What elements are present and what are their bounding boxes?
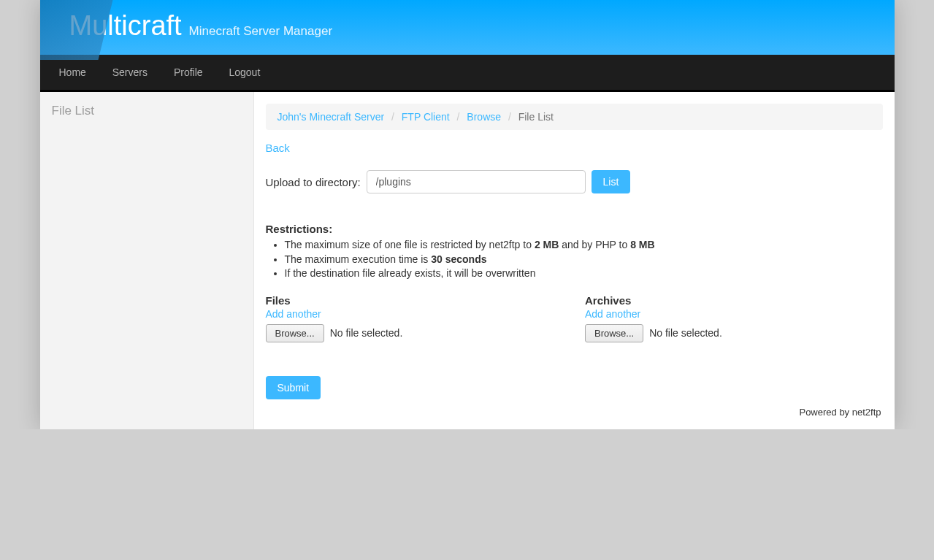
nav-logout[interactable]: Logout: [217, 55, 272, 90]
banner: Multicraft Minecraft Server Manager: [40, 0, 895, 55]
breadcrumb-sep: /: [457, 111, 460, 123]
files-column: Files Add another Browse... No file sele…: [266, 294, 564, 342]
upload-label: Upload to directory:: [266, 176, 361, 188]
submit-button[interactable]: Submit: [266, 376, 321, 399]
restriction-item: The maximum execution time is 30 seconds: [285, 253, 883, 267]
sidebar: File List: [40, 92, 254, 429]
breadcrumb-server[interactable]: John's Minecraft Server: [277, 111, 385, 123]
file-selected-label: No file selected.: [330, 327, 403, 339]
breadcrumb-sep: /: [508, 111, 511, 123]
archive-selected-label: No file selected.: [649, 327, 722, 339]
files-title: Files: [266, 294, 564, 307]
banner-logo-cube: [40, 0, 113, 60]
browse-file-button[interactable]: Browse...: [266, 324, 324, 342]
nav-profile[interactable]: Profile: [162, 55, 215, 90]
browse-archive-button[interactable]: Browse...: [585, 324, 643, 342]
breadcrumb: John's Minecraft Server / FTP Client / B…: [266, 104, 883, 130]
list-button[interactable]: List: [592, 170, 631, 193]
sidebar-title: File List: [52, 104, 242, 118]
powered-by: Powered by net2ftp: [266, 407, 883, 418]
nav-home[interactable]: Home: [47, 55, 98, 90]
breadcrumb-ftp[interactable]: FTP Client: [402, 111, 450, 123]
restriction-item: The maximum size of one file is restrict…: [285, 238, 883, 253]
restriction-item: If the destination file already exists, …: [285, 266, 883, 281]
archives-title: Archives: [585, 294, 883, 307]
breadcrumb-sep: /: [391, 111, 394, 123]
app-subtitle: Minecraft Server Manager: [189, 24, 333, 38]
breadcrumb-current: File List: [518, 111, 554, 123]
main-content: John's Minecraft Server / FTP Client / B…: [254, 92, 895, 429]
add-another-file-link[interactable]: Add another: [266, 308, 321, 320]
nav-servers[interactable]: Servers: [101, 55, 159, 90]
restrictions-title: Restrictions:: [266, 223, 883, 235]
archives-column: Archives Add another Browse... No file s…: [585, 294, 883, 342]
breadcrumb-browse[interactable]: Browse: [467, 111, 501, 123]
upload-directory-input[interactable]: [367, 170, 586, 193]
navbar: Home Servers Profile Logout: [40, 55, 895, 92]
back-link[interactable]: Back: [266, 142, 290, 154]
add-another-archive-link[interactable]: Add another: [585, 308, 640, 320]
